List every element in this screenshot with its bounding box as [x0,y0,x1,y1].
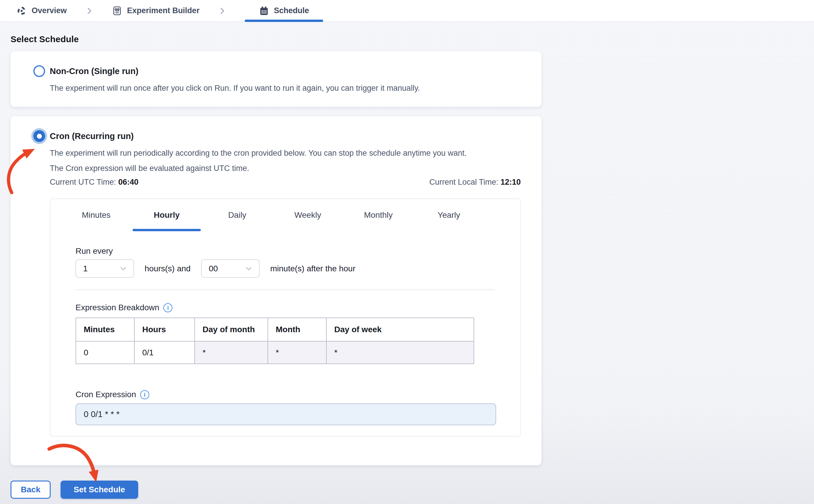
tab-yearly[interactable]: Yearly [414,199,484,231]
minutes-select-value: 00 [209,264,218,273]
cron-expression-label: Cron Expression [76,389,136,400]
hours-suffix-text: hours(s) and [145,264,191,273]
cell-hours: 0/1 [134,341,195,364]
non-cron-description: The experiment will run once after you c… [50,82,521,94]
tab-hourly[interactable]: Hourly [131,199,202,231]
expression-breakdown-label: Expression Breakdown [76,302,159,313]
non-cron-title: Non-Cron (Single run) [50,66,138,76]
col-day-of-week: Day of week [326,318,474,341]
non-cron-option-card[interactable]: Non-Cron (Single run) The experiment wil… [11,51,541,107]
overview-icon [16,6,27,16]
cell-day-of-week: * [326,341,474,364]
info-icon[interactable]: i [140,390,149,399]
cell-day-of-month: * [195,341,268,364]
cron-description-line1: The experiment will run periodically acc… [50,147,521,159]
minutes-select[interactable]: 00 [201,259,260,278]
breadcrumb-label-overview: Overview [32,6,67,15]
current-local-time: Current Local Time: 12:10 [429,178,521,187]
col-minutes: Minutes [76,318,134,341]
tab-active-underline [133,229,201,231]
section-divider [76,289,495,290]
cron-description-line2: The Cron expression will be evaluated ag… [50,162,521,174]
back-button[interactable]: Back [11,481,51,499]
experiment-builder-icon [112,6,122,16]
cron-expression-input[interactable]: 0 0/1 * * * [76,403,496,425]
cron-title: Cron (Recurring run) [50,131,134,141]
tab-weekly[interactable]: Weekly [273,199,343,231]
breadcrumb-item-schedule[interactable]: Schedule [245,0,323,21]
time-info-row: Current UTC Time: 06:40 Current Local Ti… [50,178,521,187]
breadcrumb-label-experiment-builder: Experiment Builder [127,6,200,15]
local-time-value: 12:10 [501,178,521,186]
run-every-label: Run every [76,245,495,257]
main-content: Select Schedule Non-Cron (Single run) Th… [0,34,814,499]
utc-time-value: 06:40 [118,178,138,186]
non-cron-radio[interactable] [33,65,45,77]
breadcrumb: Overview Experiment Builder [16,0,323,21]
col-hours: Hours [134,318,195,341]
active-tab-underline [245,20,323,22]
table-header-row: Minutes Hours Day of month Month Day of … [76,318,474,341]
tab-monthly[interactable]: Monthly [343,199,414,231]
cron-radio[interactable] [33,130,45,142]
page-title: Select Schedule [11,34,803,44]
tab-daily[interactable]: Daily [202,199,273,231]
schedule-tabbar: Minutes Hourly Daily Weekly Monthly Year… [50,199,520,231]
chevron-down-icon [246,267,252,271]
expression-breakdown-table: Minutes Hours Day of month Month Day of … [76,318,474,364]
cell-month: * [268,341,326,364]
calendar-icon [259,6,269,16]
info-icon[interactable]: i [163,303,172,312]
current-utc-time: Current UTC Time: 06:40 [50,178,138,187]
hours-select[interactable]: 1 [76,259,134,278]
chevron-right-icon [85,6,94,15]
breadcrumb-item-experiment-builder[interactable]: Experiment Builder [112,0,200,21]
chevron-down-icon [120,267,126,271]
cron-expression-value: 0 0/1 * * * [84,409,120,419]
cell-minutes: 0 [76,341,134,364]
tab-minutes[interactable]: Minutes [61,199,131,231]
cron-scheduler-panel: Minutes Hourly Daily Weekly Monthly Year… [50,198,521,437]
footer-actions: Back Set Schedule [11,481,803,499]
col-day-of-month: Day of month [195,318,268,341]
minutes-suffix-text: minute(s) after the hour [270,264,355,273]
cron-option-card: Cron (Recurring run) The experiment will… [11,116,541,465]
chevron-right-icon [218,6,227,15]
col-month: Month [268,318,326,341]
set-schedule-button[interactable]: Set Schedule [61,481,138,499]
run-every-row: 1 hours(s) and 00 [76,259,495,278]
top-navigation-bar: Overview Experiment Builder [0,0,814,22]
breadcrumb-item-overview[interactable]: Overview [16,0,67,21]
breadcrumb-label-schedule: Schedule [274,6,309,15]
hours-select-value: 1 [83,264,88,273]
table-value-row: 0 0/1 * * * [76,341,474,364]
